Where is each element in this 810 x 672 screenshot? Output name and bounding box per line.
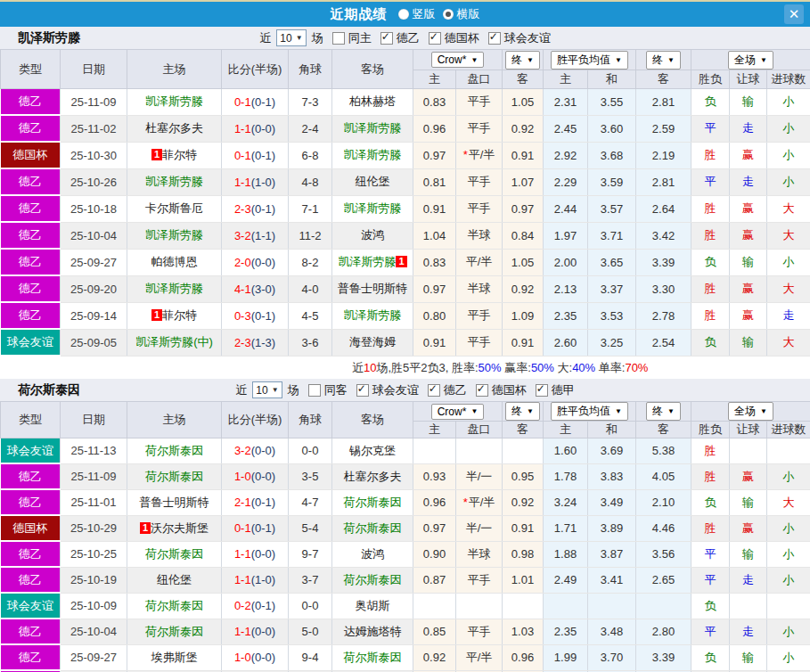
team-link[interactable]: 荷尔斯泰因 <box>145 625 203 638</box>
odds-final-select[interactable]: 终▼ <box>505 51 540 70</box>
home-team-cell[interactable]: 凯泽斯劳滕 <box>127 275 222 302</box>
team-link[interactable]: 荷尔斯泰因 <box>145 599 203 612</box>
team-link[interactable]: 柏林赫塔 <box>349 94 396 108</box>
home-team-cell[interactable]: 1菲尔特 <box>127 302 222 329</box>
league-checkbox-3[interactable] <box>536 384 548 397</box>
team-link[interactable]: 凯泽斯劳滕 <box>145 175 203 188</box>
home-team-cell[interactable]: 荷尔斯泰因 <box>127 463 222 489</box>
home-team-cell[interactable]: 荷尔斯泰因 <box>127 593 222 619</box>
team-link[interactable]: 普鲁士明斯特 <box>140 496 209 509</box>
team-link[interactable]: 沃尔夫斯堡 <box>151 521 209 535</box>
away-team-cell[interactable]: 凯泽斯劳滕1 <box>332 249 413 275</box>
team-link[interactable]: 荷尔斯泰因 <box>145 470 203 483</box>
close-button[interactable]: ✕ <box>784 4 804 24</box>
home-team-cell[interactable]: 凯泽斯劳滕 <box>127 222 222 249</box>
team-link[interactable]: 凯泽斯劳滕 <box>344 148 402 161</box>
away-team-cell[interactable]: 海登海姆 <box>332 329 413 356</box>
team-link[interactable]: 纽伦堡 <box>356 175 390 188</box>
team-link[interactable]: 奥胡斯 <box>356 599 390 612</box>
home-team-cell[interactable]: 帕德博恩 <box>127 249 222 275</box>
home-team-cell[interactable]: 荷尔斯泰因 <box>127 541 222 567</box>
recent-count-select[interactable]: 10▼ <box>252 381 282 398</box>
team-link[interactable]: 普鲁士明斯特 <box>338 282 407 295</box>
team-link[interactable]: 凯泽斯劳滕 <box>145 94 203 108</box>
league-checkbox-2[interactable] <box>488 32 501 45</box>
league-checkbox-1[interactable] <box>428 384 440 397</box>
team-link[interactable]: 荷尔斯泰因 <box>344 573 402 586</box>
team-link[interactable]: 纽伦堡 <box>157 573 192 586</box>
league-checkbox-2[interactable] <box>476 384 488 397</box>
away-team-cell[interactable]: 波鸿 <box>332 541 413 567</box>
team-link[interactable]: 凯泽斯劳滕 <box>344 121 402 135</box>
home-team-cell[interactable]: 纽伦堡 <box>127 567 222 593</box>
away-team-cell[interactable]: 荷尔斯泰因 <box>332 567 413 593</box>
odds-final-select[interactable]: 终▼ <box>505 402 540 421</box>
away-team-cell[interactable]: 达姆施塔特 <box>332 619 413 644</box>
scope-select[interactable]: 全场▼ <box>728 51 773 70</box>
scope-select[interactable]: 全场▼ <box>728 402 773 421</box>
home-team-cell[interactable]: 荷尔斯泰因 <box>127 438 222 464</box>
avg-odds-select[interactable]: 胜平负均值▼ <box>551 402 628 421</box>
league-checkbox-0[interactable] <box>380 32 393 45</box>
away-team-cell[interactable]: 纽伦堡 <box>332 168 413 195</box>
team-link[interactable]: 凯泽斯劳滕 <box>338 255 396 268</box>
away-team-cell[interactable]: 荷尔斯泰因 <box>332 489 413 515</box>
team-link[interactable]: 凯泽斯劳滕 <box>344 201 402 215</box>
avg-final-select[interactable]: 终▼ <box>646 51 681 70</box>
avg-odds-select[interactable]: 胜平负均值▼ <box>551 51 628 70</box>
away-team-cell[interactable]: 杜塞尔多夫 <box>332 463 413 489</box>
team-link[interactable]: 荷尔斯泰因 <box>145 444 203 457</box>
home-team-cell[interactable]: 卡尔斯鲁厄 <box>127 195 222 222</box>
team-link[interactable]: 波鸿 <box>361 547 384 561</box>
team-link[interactable]: 埃弗斯堡 <box>151 651 198 664</box>
team-link[interactable]: 凯泽斯劳滕(中) <box>135 335 213 348</box>
home-team-cell[interactable]: 1菲尔特 <box>127 142 222 168</box>
away-team-cell[interactable]: 柏林赫塔 <box>332 89 413 116</box>
layout-radio-vertical[interactable] <box>398 9 409 20</box>
team-link[interactable]: 凯泽斯劳滕 <box>145 228 203 242</box>
team-link[interactable]: 荷尔斯泰因 <box>145 547 203 561</box>
home-team-cell[interactable]: 杜塞尔多夫 <box>127 115 222 142</box>
league-checkbox-1[interactable] <box>429 32 441 45</box>
same-venue-checkbox[interactable] <box>332 32 345 45</box>
home-team-cell[interactable]: 1沃尔夫斯堡 <box>127 515 222 541</box>
team-link[interactable]: 卡尔斯鲁厄 <box>145 201 203 215</box>
team-link[interactable]: 杜塞尔多夫 <box>344 470 402 483</box>
avg-final-select[interactable]: 终▼ <box>646 402 681 421</box>
away-team-cell[interactable]: 凯泽斯劳滕 <box>332 142 413 168</box>
away-team-cell[interactable]: 凯泽斯劳滕 <box>332 302 413 329</box>
home-team-cell[interactable]: 凯泽斯劳滕(中) <box>127 329 222 356</box>
odds-company-select[interactable]: Crow*▼ <box>431 404 485 420</box>
home-team-cell[interactable]: 荷尔斯泰因 <box>127 619 222 644</box>
team-link[interactable]: 菲尔特 <box>162 308 197 322</box>
league-checkbox-0[interactable] <box>356 384 369 397</box>
home-team-cell[interactable]: 凯泽斯劳滕 <box>127 89 222 116</box>
team-link[interactable]: 杜塞尔多夫 <box>145 121 203 135</box>
recent-count-select[interactable]: 10▼ <box>276 29 306 46</box>
layout-radio-horizontal[interactable] <box>443 9 454 20</box>
team-link[interactable]: 荷尔斯泰因 <box>344 651 402 664</box>
team-link[interactable]: 达姆施塔特 <box>344 625 402 638</box>
away-team-cell[interactable]: 锡尔克堡 <box>332 438 413 464</box>
home-team-cell[interactable]: 普鲁士明斯特 <box>127 489 222 515</box>
team-link[interactable]: 锡尔克堡 <box>349 444 396 457</box>
away-team-cell[interactable]: 荷尔斯泰因 <box>332 515 413 541</box>
team-link[interactable]: 荷尔斯泰因 <box>344 496 402 509</box>
team-link[interactable]: 帕德博恩 <box>151 255 198 268</box>
away-team-cell[interactable]: 凯泽斯劳滕 <box>332 115 413 142</box>
home-team-cell[interactable]: 凯泽斯劳滕 <box>127 168 222 195</box>
team-link[interactable]: 菲尔特 <box>162 148 197 161</box>
team-link[interactable]: 凯泽斯劳滕 <box>145 282 203 295</box>
home-team-cell[interactable]: 埃弗斯堡 <box>127 644 222 670</box>
team-link[interactable]: 波鸿 <box>361 228 384 242</box>
team-link[interactable]: 凯泽斯劳滕 <box>344 308 402 322</box>
team-link[interactable]: 荷尔斯泰因 <box>344 521 402 535</box>
away-team-cell[interactable]: 凯泽斯劳滕 <box>332 195 413 222</box>
away-team-cell[interactable]: 荷尔斯泰因 <box>332 644 413 670</box>
odds-company-select[interactable]: Crow*▼ <box>431 52 485 68</box>
team-link[interactable]: 海登海姆 <box>349 335 396 348</box>
away-team-cell[interactable]: 普鲁士明斯特 <box>332 275 413 302</box>
away-team-cell[interactable]: 奥胡斯 <box>332 593 413 619</box>
same-venue-checkbox[interactable] <box>308 384 321 397</box>
away-team-cell[interactable]: 波鸿 <box>332 222 413 249</box>
